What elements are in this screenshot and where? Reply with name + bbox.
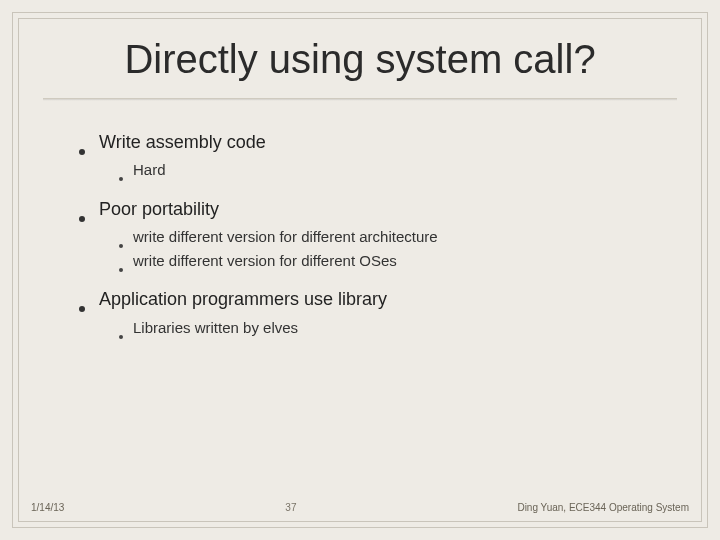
sub-bullet-list: write different version for different ar…: [119, 227, 661, 272]
sub-bullet-icon: [119, 268, 123, 272]
bullet-text: Application programmers use library: [99, 287, 387, 311]
bullet-text: Poor portability: [99, 197, 219, 221]
sub-bullet-icon: [119, 244, 123, 248]
slide-footer: 1/14/13 37 Ding Yuan, ECE344 Operating S…: [19, 502, 701, 513]
footer-page-number: 37: [64, 502, 517, 513]
footer-date: 1/14/13: [31, 502, 64, 513]
sub-bullet-text: Hard: [133, 160, 166, 180]
sub-bullet-item: write different version for different OS…: [119, 251, 661, 271]
slide-title: Directly using system call?: [19, 19, 701, 92]
sub-bullet-item: Libraries written by elves: [119, 318, 661, 338]
bullet-item: Write assembly code Hard: [79, 130, 661, 181]
sub-bullet-list: Libraries written by elves: [119, 318, 661, 338]
slide-frame: Directly using system call? Write assemb…: [18, 18, 702, 522]
sub-bullet-text: Libraries written by elves: [133, 318, 298, 338]
sub-bullet-icon: [119, 177, 123, 181]
bullet-item: Application programmers use library Libr…: [79, 287, 661, 338]
sub-bullet-text: write different version for different ar…: [133, 227, 438, 247]
bullet-list: Write assembly code Hard Poor portabilit…: [79, 130, 661, 338]
bullet-text: Write assembly code: [99, 130, 266, 154]
sub-bullet-list: Hard: [119, 160, 661, 180]
bullet-icon: [79, 216, 85, 222]
sub-bullet-item: write different version for different ar…: [119, 227, 661, 247]
footer-author: Ding Yuan, ECE344 Operating System: [517, 502, 689, 513]
sub-bullet-icon: [119, 335, 123, 339]
sub-bullet-item: Hard: [119, 160, 661, 180]
slide-content: Write assembly code Hard Poor portabilit…: [19, 102, 701, 338]
sub-bullet-text: write different version for different OS…: [133, 251, 397, 271]
bullet-item: Poor portability write different version…: [79, 197, 661, 272]
bullet-icon: [79, 306, 85, 312]
bullet-icon: [79, 149, 85, 155]
